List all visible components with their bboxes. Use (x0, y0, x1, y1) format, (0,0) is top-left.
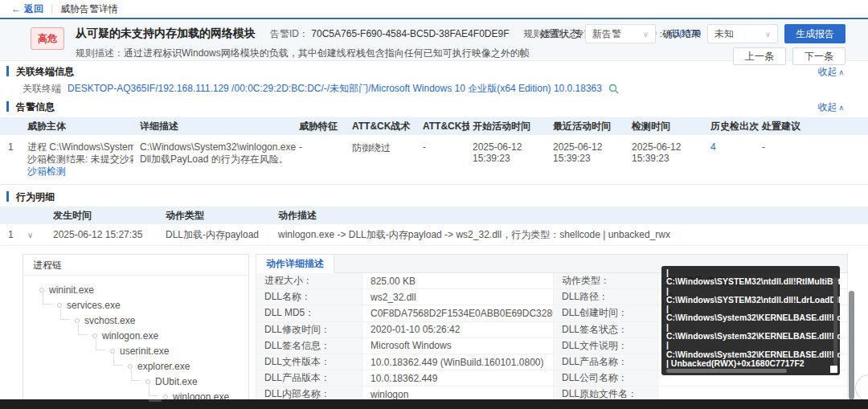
behavior-table-row: 1 ∨ 2025-06-12 15:27:35 DLL加载-内存payload … (0, 224, 868, 246)
terminal-label: 关联终端 (23, 82, 61, 96)
taskbar-handle (149, 399, 162, 402)
process-chain-title: 进程链 (23, 255, 248, 276)
behavior-table-header: 发生时间 动作类型 动作描述 (0, 207, 868, 224)
tree-connector (43, 293, 52, 305)
dispose-status-select[interactable]: 新告警 ∨ (585, 24, 656, 43)
alert-id: 告警ID： 70C5A765-F690-4584-BC5D-38FAE4F0DE… (270, 27, 509, 41)
page-vertical-scrollbar[interactable] (849, 291, 854, 399)
tooltip-vertical-scrollbar[interactable] (833, 277, 837, 366)
back-button[interactable]: ← 返回 (11, 2, 43, 16)
node-dot-icon (39, 288, 44, 292)
alert-title: 从可疑的未支持内存加载的网络模块 (76, 27, 256, 41)
bottom-taskbar (0, 399, 868, 409)
terminal-section-title: 关联终端信息 (16, 65, 74, 79)
divider (51, 4, 52, 14)
page-title: 威胁告警详情 (60, 2, 118, 16)
alert-table: 威胁主体 详细描述 威胁特征 ATT&CK战术 ATT&CK技术 开始活动时间 … (0, 117, 868, 185)
chevron-down-icon: ∨ (765, 30, 771, 39)
tree-connector (96, 339, 105, 350)
call-stack-tooltip: | C:\Windows\SYSTEM32\ntdll.dll!RtlMulti… (661, 266, 840, 375)
tree-connector (113, 354, 123, 366)
process-node[interactable]: explorer.exe (35, 358, 248, 374)
node-dot-icon (145, 379, 150, 384)
history-count-link[interactable]: 4 (707, 141, 759, 153)
node-dot-icon (163, 395, 168, 399)
tree-connector (131, 370, 141, 381)
process-node[interactable]: wininit.exe (35, 282, 248, 297)
terminal-collapse-link[interactable]: 收起∧ (817, 65, 844, 79)
node-dot-icon (75, 318, 80, 323)
row-expand-chevron-icon[interactable]: ∨ (24, 231, 50, 239)
previous-button[interactable]: 上一条 (733, 47, 786, 65)
detail-desc-cell: C:\Windows\System32\winlogon.exe Dll加载Pa… (137, 141, 296, 166)
chevron-up-icon: ∧ (838, 68, 844, 76)
chevron-up-icon: ∧ (838, 104, 844, 112)
alert-info-section: 告警信息 收起∧ 威胁主体 详细描述 威胁特征 ATT&CK战术 ATT&CK技… (0, 96, 868, 185)
summary-actions: 处置状态 新告警 ∨ 确认结果 未知 ∨ 生成报告 上一条 下一条 (540, 24, 845, 57)
terminal-value-link[interactable]: DESKTOP-AQ365IF/192.168.111.129 /00:0C:2… (68, 82, 602, 96)
process-chain-panel: 进程链 wininit.exe services.exe svchost.exe… (23, 254, 249, 409)
process-node[interactable]: userinit.exe (35, 343, 248, 358)
terminal-section: 关联终端信息 收起∧ 关联终端 DESKTOP-AQ365IF/192.168.… (0, 61, 868, 96)
alert-section-title: 告警信息 (16, 100, 55, 114)
severity-badge: 高危 (31, 27, 64, 50)
confirm-result-label: 确认结果 (662, 27, 701, 41)
back-label: 返回 (24, 2, 43, 16)
dispose-status-label: 处置状态 (540, 27, 579, 41)
confirm-result-select[interactable]: 未知 ∨ (707, 24, 778, 43)
rule-description: 规则描述：通过进程标识Windows网络模块的负载，其中创建线程栈包含指向任何已… (76, 47, 529, 60)
back-arrow-icon: ← (11, 3, 21, 14)
node-dot-icon (128, 364, 133, 369)
node-dot-icon (110, 349, 115, 354)
next-button[interactable]: 下一条 (792, 47, 845, 65)
process-node[interactable]: svchost.exe (35, 313, 248, 328)
tree-connector (78, 324, 88, 335)
generate-report-button[interactable]: 生成报告 (784, 24, 845, 43)
summary-main: 从可疑的未支持内存加载的网络模块 告警ID： 70C5A765-F690-458… (76, 24, 529, 57)
sandbox-detect-link[interactable]: 沙箱检测 (27, 166, 133, 178)
alert-collapse-link[interactable]: 收起∧ (817, 100, 844, 114)
node-dot-icon (57, 303, 62, 308)
chevron-down-icon: ∨ (643, 30, 649, 39)
top-bar: ← 返回 威胁告警详情 (0, 0, 868, 19)
tooltip-scroll-corner (830, 366, 837, 373)
tooltip-horizontal-scrollbar[interactable] (666, 369, 787, 373)
behavior-section: 行为明细 发生时间 动作类型 动作描述 1 ∨ 2025-06-12 15:27… (0, 185, 868, 246)
threat-alert-detail-page: ← 返回 威胁告警详情 高危 从可疑的未支持内存加载的网络模块 告警ID： 70… (0, 0, 868, 409)
process-node[interactable]: winlogon.exe (35, 328, 248, 343)
alert-table-row: 1 进程 C:\Windows\System32\winlo... 沙箱检测结果… (0, 135, 868, 185)
alert-summary-card: 高危 从可疑的未支持内存加载的网络模块 告警ID： 70C5A765-F690-… (0, 19, 868, 61)
tree-connector (60, 309, 70, 320)
threat-subject-cell: 进程 C:\Windows\System32\winlo... 沙箱检测结果: … (24, 141, 137, 178)
node-dot-icon (92, 333, 97, 338)
tree-connector (149, 385, 158, 396)
behavior-section-title: 行为明细 (16, 190, 55, 204)
process-tree: wininit.exe services.exe svchost.exe win… (23, 276, 248, 409)
alert-table-header: 威胁主体 详细描述 威胁特征 ATT&CK战术 ATT&CK技术 开始活动时间 … (0, 117, 868, 135)
tab-action-detail[interactable]: 动作详细描述 (256, 255, 334, 273)
process-node[interactable]: DUbit.exe (35, 374, 248, 389)
search-icon[interactable] (608, 84, 619, 94)
